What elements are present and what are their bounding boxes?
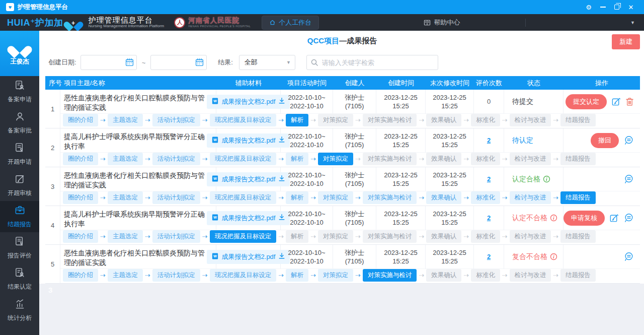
step-chip[interactable]: 检讨与改进: [510, 191, 551, 204]
step-chip[interactable]: 解析: [286, 269, 308, 282]
date-to-field[interactable]: [150, 55, 207, 70]
step-chip[interactable]: 主题选定: [108, 153, 143, 165]
step-chip[interactable]: 活动计划拟定: [152, 153, 200, 165]
step-chip[interactable]: 解析: [286, 114, 308, 126]
step-chip[interactable]: 对策拟定: [318, 191, 353, 204]
step-chip[interactable]: 活动计划拟定: [152, 114, 200, 126]
step-chip[interactable]: 对策拟定: [318, 114, 353, 126]
attachment-file[interactable]: W成果报告文档2.pdf: [207, 250, 290, 264]
sidebar-item-统计分析[interactable]: 统计分析: [0, 295, 39, 326]
attachment-file[interactable]: W成果报告文档2.pdf: [207, 95, 290, 109]
evaluation-count[interactable]: 2: [487, 214, 491, 222]
step-chip[interactable]: 标准化: [471, 269, 500, 282]
search-field[interactable]: [306, 55, 438, 70]
settings-icon[interactable]: ⚙: [582, 0, 596, 14]
step-chip[interactable]: 结题报告: [560, 269, 596, 282]
step-chip[interactable]: 解析: [286, 191, 308, 204]
search-input[interactable]: [306, 55, 438, 70]
date-from-field[interactable]: [80, 55, 137, 70]
step-chip[interactable]: 活动计划拟定: [152, 191, 200, 204]
step-chip[interactable]: 结题报告: [560, 114, 596, 126]
evaluation-count[interactable]: 2: [487, 137, 491, 144]
step-chip[interactable]: 活动计划拟定: [152, 269, 200, 282]
step-chip[interactable]: 标准化: [471, 114, 500, 126]
step-chip[interactable]: 现况把握及目标设定: [210, 153, 277, 165]
info-icon[interactable]: [550, 253, 557, 260]
step-chip[interactable]: 标准化: [471, 230, 500, 243]
step-chip[interactable]: 结题报告: [560, 230, 596, 243]
step-chip[interactable]: 现况把握及目标设定: [210, 269, 277, 282]
step-chip[interactable]: 效果确认: [426, 114, 461, 126]
comment-icon[interactable]: [623, 213, 634, 223]
step-chip[interactable]: 主题选定: [108, 114, 143, 126]
step-chip[interactable]: 对策拟定: [318, 153, 353, 165]
comment-icon[interactable]: [623, 135, 634, 146]
step-chip[interactable]: 检讨与改进: [510, 153, 551, 165]
step-chip[interactable]: 活动计划拟定: [152, 230, 200, 243]
sidebar-item-结题报告[interactable]: 结题报告: [0, 201, 39, 232]
trash-icon[interactable]: [625, 97, 634, 106]
step-chip[interactable]: 效果确认: [426, 269, 461, 282]
step-chip[interactable]: 现况把握及目标设定: [210, 230, 277, 243]
sidebar-item-开题审核[interactable]: 开题审核: [0, 170, 39, 201]
attachment-file[interactable]: W成果报告文档2.pdf: [207, 211, 290, 225]
step-chip[interactable]: 解析: [286, 153, 308, 165]
step-chip[interactable]: 现况把握及目标设定: [210, 191, 277, 204]
step-chip[interactable]: 标准化: [471, 191, 500, 204]
step-chip[interactable]: 圈的介绍: [63, 191, 98, 204]
info-icon[interactable]: [543, 175, 550, 183]
step-chip[interactable]: 对策实施与检讨: [363, 114, 417, 126]
step-chip[interactable]: 效果确认: [426, 230, 461, 243]
step-chip[interactable]: 对策实施与检讨: [363, 269, 417, 282]
sidebar-item-备案审批[interactable]: 备案审批: [0, 107, 39, 139]
step-chip[interactable]: 效果确认: [426, 191, 461, 204]
close-button[interactable]: ✕: [624, 0, 638, 14]
step-chip[interactable]: 检讨与改进: [510, 230, 551, 243]
step-chip[interactable]: 效果确认: [426, 153, 461, 165]
comment-icon[interactable]: [623, 174, 634, 184]
header-dropdown-caret[interactable]: ▼: [630, 20, 635, 25]
maximize-button[interactable]: [610, 0, 624, 14]
step-chip[interactable]: 现况把握及目标设定: [210, 114, 277, 126]
attachment-file[interactable]: W成果报告文档2.pdf: [207, 133, 290, 148]
sidebar-item-报告评价[interactable]: 报告评价: [0, 232, 39, 263]
sidebar-item-结果认定[interactable]: 结果认定: [0, 263, 39, 295]
calendar-icon[interactable]: [195, 58, 204, 69]
step-chip[interactable]: 检讨与改进: [510, 269, 551, 282]
step-chip[interactable]: 检讨与改进: [510, 114, 551, 126]
edit-icon[interactable]: [609, 213, 619, 223]
step-chip[interactable]: 圈的介绍: [63, 269, 98, 282]
step-chip[interactable]: 对策拟定: [318, 230, 353, 243]
step-chip[interactable]: 结题报告: [560, 153, 596, 165]
step-chip[interactable]: 解析: [286, 230, 308, 243]
edit-icon[interactable]: [611, 97, 621, 106]
action-pill-button[interactable]: 申请复核: [564, 211, 605, 226]
step-chip[interactable]: 标准化: [471, 153, 500, 165]
calendar-icon[interactable]: [125, 58, 134, 69]
minimize-button[interactable]: [596, 0, 610, 14]
sidebar-item-开题申请[interactable]: 开题申请: [0, 139, 39, 170]
evaluation-count[interactable]: 2: [487, 175, 491, 183]
step-chip[interactable]: 对策实施与检讨: [363, 153, 417, 165]
sidebar-user[interactable]: + 王俊杰: [0, 31, 39, 76]
step-chip[interactable]: 对策实施与检讨: [363, 191, 417, 204]
personal-workspace-button[interactable]: 个人工作台: [262, 16, 319, 30]
step-chip[interactable]: 主题选定: [108, 269, 143, 282]
step-chip[interactable]: 对策拟定: [318, 269, 353, 282]
help-center[interactable]: 帮助中心: [424, 18, 460, 27]
info-icon[interactable]: [550, 214, 557, 222]
new-button[interactable]: 新建: [612, 34, 640, 49]
evaluation-count[interactable]: 2: [487, 253, 491, 260]
step-chip[interactable]: 结题报告: [560, 191, 596, 204]
step-chip[interactable]: 主题选定: [108, 191, 143, 204]
step-chip[interactable]: 圈的介绍: [63, 230, 98, 243]
comment-icon[interactable]: [623, 251, 634, 262]
step-chip[interactable]: 对策实施与检讨: [363, 230, 417, 243]
step-chip[interactable]: 圈的介绍: [63, 114, 98, 126]
result-select[interactable]: 全部 ▼: [239, 55, 295, 70]
step-chip[interactable]: 主题选定: [108, 230, 143, 243]
action-pill-button[interactable]: 提交认定: [566, 94, 607, 109]
step-chip[interactable]: 圈的介绍: [63, 153, 98, 165]
sidebar-item-备案申请[interactable]: 备案申请: [0, 76, 39, 107]
attachment-file[interactable]: W成果报告文档2.pdf: [207, 172, 290, 186]
